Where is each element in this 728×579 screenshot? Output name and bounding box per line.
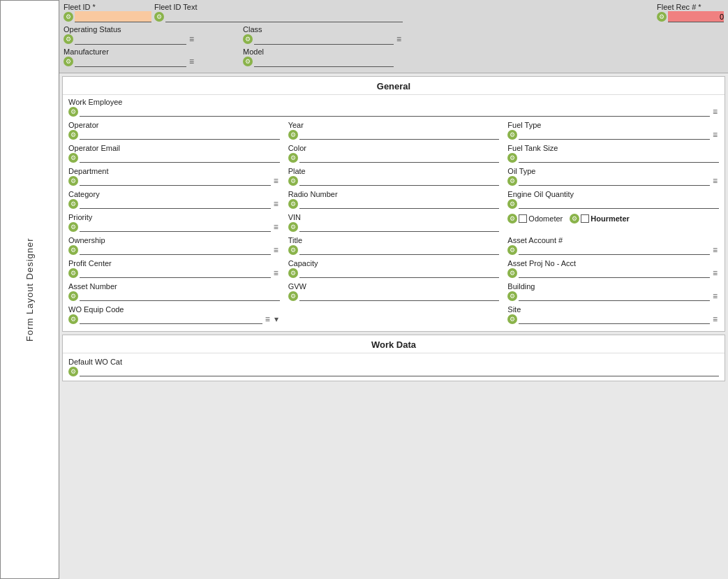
header-row-2: Operating Status ≡ Class ≡ xyxy=(64,25,724,45)
operator-email-gear-icon[interactable] xyxy=(68,153,78,163)
operator-gear-icon[interactable] xyxy=(68,130,78,140)
wo-equip-code-input[interactable] xyxy=(80,314,262,324)
asset-account-input[interactable] xyxy=(519,245,710,255)
year-input[interactable] xyxy=(299,130,500,140)
default-wo-cat-gear-icon[interactable] xyxy=(68,367,78,376)
title-input[interactable] xyxy=(299,245,500,255)
asset-account-gear-icon[interactable] xyxy=(507,245,517,255)
operator-email-input[interactable] xyxy=(80,153,280,163)
fleet-rec-input[interactable] xyxy=(668,11,724,22)
asset-proj-input-row: ≡ xyxy=(507,268,719,278)
building-gear-icon[interactable] xyxy=(507,291,517,301)
priority-input[interactable] xyxy=(80,222,271,232)
oil-type-input[interactable] xyxy=(519,176,710,186)
asset-proj-gear-icon[interactable] xyxy=(507,268,517,278)
class-menu-icon[interactable]: ≡ xyxy=(395,34,403,44)
odometer-checkbox[interactable] xyxy=(519,214,527,223)
fleet-id-input[interactable] xyxy=(75,11,151,22)
wo-equip-code-gear-icon[interactable] xyxy=(68,314,78,324)
fleet-id-gear-icon[interactable] xyxy=(64,12,73,22)
wo-equip-code-dropdown-icon[interactable]: ▾ xyxy=(273,314,280,324)
asset-account-label: Asset Account # xyxy=(507,236,719,244)
color-input[interactable] xyxy=(299,153,500,163)
asset-number-input[interactable] xyxy=(80,291,280,301)
asset-account-menu-icon[interactable]: ≡ xyxy=(711,245,719,255)
odo-gear-icon[interactable] xyxy=(507,214,517,223)
fuel-tank-size-input-row xyxy=(507,153,719,163)
manufacturer-menu-icon[interactable]: ≡ xyxy=(188,57,195,66)
engine-oil-qty-gear-icon[interactable] xyxy=(507,199,517,209)
fleet-rec-gear-icon[interactable] xyxy=(657,12,667,22)
operating-status-input[interactable] xyxy=(75,34,186,45)
year-gear-icon[interactable] xyxy=(288,130,298,140)
fuel-type-input[interactable] xyxy=(519,130,710,140)
profit-center-input[interactable] xyxy=(80,268,271,278)
fuel-tank-size-gear-icon[interactable] xyxy=(507,153,517,163)
category-menu-icon[interactable]: ≡ xyxy=(272,199,280,209)
fuel-type-menu-icon[interactable]: ≡ xyxy=(711,130,719,140)
class-gear-icon[interactable] xyxy=(243,34,253,44)
operating-status-gear-icon[interactable] xyxy=(64,34,73,44)
work-employee-gear-icon[interactable] xyxy=(68,107,78,117)
wo-equip-code-menu-icon[interactable]: ≡ xyxy=(264,314,272,324)
site-gear-icon[interactable] xyxy=(507,314,517,324)
department-input[interactable] xyxy=(80,176,271,186)
fuel-tank-size-input[interactable] xyxy=(519,153,719,163)
priority-menu-icon[interactable]: ≡ xyxy=(272,222,280,232)
department-menu-icon[interactable]: ≡ xyxy=(272,176,280,186)
capacity-input[interactable] xyxy=(299,268,500,278)
asset-number-gear-icon[interactable] xyxy=(68,291,78,301)
manufacturer-group: Manufacturer ≡ xyxy=(64,47,195,67)
oil-type-menu-icon[interactable]: ≡ xyxy=(711,176,719,186)
wo-equip-code-group: WO Equip Code ≡ ▾ xyxy=(68,304,280,325)
hour-gear-icon[interactable] xyxy=(570,214,579,223)
title-group: Title xyxy=(288,235,500,256)
fuel-type-gear-icon[interactable] xyxy=(507,130,517,140)
operator-input[interactable] xyxy=(80,130,280,140)
work-employee-input[interactable] xyxy=(80,107,710,117)
category-input[interactable] xyxy=(80,199,271,209)
ownership-gear-icon[interactable] xyxy=(68,245,78,255)
ownership-menu-icon[interactable]: ≡ xyxy=(272,245,280,255)
manufacturer-input[interactable] xyxy=(75,56,186,67)
oil-type-gear-icon[interactable] xyxy=(507,176,517,186)
engine-oil-qty-input[interactable] xyxy=(519,199,719,209)
manufacturer-gear-icon[interactable] xyxy=(64,57,73,66)
plate-gear-icon[interactable] xyxy=(288,176,298,186)
row-dept-plate-oil: Department ≡ Plate Oil Type xyxy=(68,166,719,187)
title-gear-icon[interactable] xyxy=(288,245,298,255)
color-gear-icon[interactable] xyxy=(288,153,298,163)
site-input[interactable] xyxy=(519,314,710,324)
radio-number-gear-icon[interactable] xyxy=(288,199,298,209)
asset-proj-menu-icon[interactable]: ≡ xyxy=(711,268,719,278)
profit-center-gear-icon[interactable] xyxy=(68,268,78,278)
capacity-label: Capacity xyxy=(288,259,500,267)
hourmeter-checkbox[interactable] xyxy=(581,214,589,223)
department-gear-icon[interactable] xyxy=(68,176,78,186)
gvw-gear-icon[interactable] xyxy=(288,291,298,301)
work-employee-menu-icon[interactable]: ≡ xyxy=(711,107,719,117)
class-input[interactable] xyxy=(254,34,394,45)
building-input[interactable] xyxy=(519,291,710,301)
category-gear-icon[interactable] xyxy=(68,199,78,209)
vin-input-row xyxy=(288,222,500,232)
vin-gear-icon[interactable] xyxy=(288,222,298,232)
fleet-id-text-gear-icon[interactable] xyxy=(154,12,164,22)
model-input[interactable] xyxy=(254,56,394,67)
asset-proj-input[interactable] xyxy=(519,268,710,278)
building-menu-icon[interactable]: ≡ xyxy=(711,291,719,301)
ownership-input[interactable] xyxy=(80,245,271,255)
default-wo-cat-input[interactable] xyxy=(80,367,719,376)
gvw-input[interactable] xyxy=(299,291,500,301)
profit-center-menu-icon[interactable]: ≡ xyxy=(272,268,280,278)
vin-input[interactable] xyxy=(299,222,500,232)
fleet-id-text-input[interactable] xyxy=(165,11,403,22)
site-menu-icon[interactable]: ≡ xyxy=(711,314,719,324)
plate-input[interactable] xyxy=(299,176,500,186)
capacity-gear-icon[interactable] xyxy=(288,268,298,278)
radio-number-input[interactable] xyxy=(299,199,500,209)
operating-status-menu-icon[interactable]: ≡ xyxy=(188,34,195,44)
asset-proj-group: Asset Proj No - Acct ≡ xyxy=(507,258,719,279)
model-gear-icon[interactable] xyxy=(243,57,253,66)
priority-gear-icon[interactable] xyxy=(68,222,78,232)
